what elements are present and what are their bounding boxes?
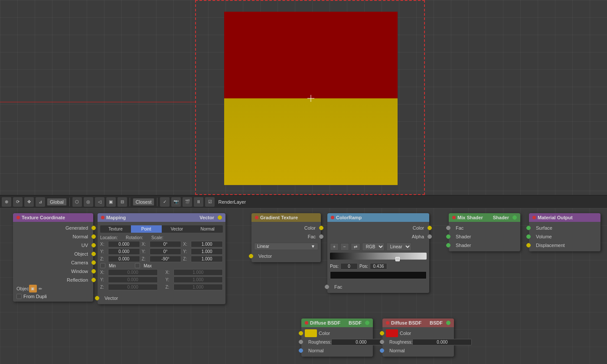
dr-color-socket[interactable] bbox=[380, 331, 384, 335]
mapping-tab-normal[interactable]: Normal bbox=[192, 225, 223, 233]
diffuse-yellow-out-socket[interactable] bbox=[365, 321, 369, 325]
mapping-max-x[interactable] bbox=[173, 269, 223, 276]
dy-normal-socket[interactable] bbox=[299, 348, 303, 353]
mo-volume-socket[interactable] bbox=[526, 234, 531, 239]
toolbar-icon-12[interactable]: ⏸ bbox=[194, 197, 203, 207]
gradient-texture-header[interactable]: Gradient Texture bbox=[251, 213, 321, 222]
diffuse-yellow-header[interactable]: Diffuse BSDF BSDF bbox=[301, 318, 373, 327]
material-output-header[interactable]: Material Output bbox=[529, 213, 600, 222]
object-icon[interactable]: ▣ bbox=[29, 285, 37, 292]
toolbar-icon-8[interactable]: ⊟ bbox=[117, 197, 127, 207]
toolbar-icon-7[interactable]: ▣ bbox=[106, 197, 116, 207]
mapping-vector-in-socket[interactable] bbox=[95, 296, 99, 300]
mapping-max-z[interactable] bbox=[173, 284, 223, 290]
colorramp-add-btn[interactable]: + bbox=[330, 243, 339, 250]
tc-camera-socket[interactable] bbox=[91, 260, 96, 265]
mapping-tab-texture[interactable]: Texture bbox=[100, 225, 131, 233]
snap-dropdown[interactable]: Closest bbox=[133, 198, 155, 206]
colorramp-fac-socket[interactable] bbox=[325, 285, 329, 289]
mapping-min-x[interactable] bbox=[108, 269, 158, 276]
mapping-tab-vector[interactable]: Vector bbox=[162, 225, 193, 233]
mapping-rotation-y[interactable] bbox=[150, 248, 182, 255]
dr-normal-socket[interactable] bbox=[380, 348, 384, 353]
gradient-texture-node[interactable]: Gradient Texture Color Fac Linear ▼ Vect… bbox=[251, 213, 321, 262]
colorramp-flip-btn[interactable]: ⇄ bbox=[351, 243, 360, 250]
mapping-min-checkbox[interactable] bbox=[100, 263, 105, 268]
toolbar-icon-3[interactable]: ⊿ bbox=[36, 197, 45, 207]
colorramp-color-socket[interactable] bbox=[428, 226, 432, 230]
mix-shader1-socket[interactable] bbox=[446, 234, 450, 239]
colorramp-alpha-socket[interactable] bbox=[428, 234, 432, 239]
dr-color-swatch[interactable] bbox=[386, 329, 398, 337]
texture-coordinate-header[interactable]: Texture Coordinate bbox=[13, 213, 93, 222]
mo-displacement-socket[interactable] bbox=[526, 243, 531, 247]
transform-dropdown[interactable]: Global bbox=[47, 198, 67, 206]
diffuse-yellow-node[interactable]: Diffuse BSDF BSDF Color Roughness: Norma… bbox=[301, 318, 373, 357]
mapping-scale-x[interactable] bbox=[191, 241, 223, 247]
mix-shader-header[interactable]: Mix Shader Shader bbox=[449, 213, 520, 222]
tc-window-socket[interactable] bbox=[91, 269, 96, 273]
object-edit-icon[interactable]: ✏ bbox=[39, 286, 42, 291]
gradient-fac-socket[interactable] bbox=[319, 234, 323, 239]
colorramp-swatch-dark[interactable] bbox=[330, 271, 427, 279]
viewport[interactable] bbox=[0, 0, 607, 195]
mapping-node[interactable]: Mapping Vector Texture Point Vector Norm… bbox=[98, 213, 225, 304]
mix-fac-socket[interactable] bbox=[446, 226, 450, 230]
gradient-color-socket[interactable] bbox=[319, 226, 323, 230]
toolbar-icon-2[interactable]: ⟳ bbox=[13, 197, 23, 207]
mapping-location-z[interactable] bbox=[108, 256, 140, 262]
diffuse-red-header[interactable]: Diffuse BSDF BSDF bbox=[382, 318, 454, 327]
mapping-min-y[interactable] bbox=[108, 276, 158, 283]
mapping-location-x[interactable] bbox=[108, 241, 140, 247]
from-dupli-checkbox[interactable] bbox=[16, 294, 22, 299]
dr-roughness-socket[interactable] bbox=[380, 340, 384, 344]
toolbar-icon-6[interactable]: ◁ bbox=[95, 197, 104, 207]
dy-color-socket[interactable] bbox=[299, 331, 303, 335]
toolbar-icon-1[interactable]: ⊕ bbox=[2, 197, 11, 207]
mapping-rotation-x[interactable] bbox=[150, 241, 182, 247]
mapping-max-y[interactable] bbox=[173, 276, 223, 283]
colorramp-marker[interactable] bbox=[395, 257, 400, 261]
texture-coordinate-node[interactable]: Texture Coordinate Generated Normal UV O… bbox=[13, 213, 93, 302]
mapping-header[interactable]: Mapping Vector bbox=[98, 213, 225, 222]
mapping-max-checkbox[interactable] bbox=[135, 263, 140, 268]
mapping-scale-z[interactable] bbox=[191, 256, 223, 262]
diffuse-red-node[interactable]: Diffuse BSDF BSDF Color Roughness: Norma… bbox=[382, 318, 454, 357]
mapping-tab-point[interactable]: Point bbox=[131, 225, 162, 233]
mo-surface-socket[interactable] bbox=[526, 226, 531, 230]
colorramp-interp-select[interactable]: Linear bbox=[386, 243, 411, 251]
toolbar-icon-11[interactable]: 🎬 bbox=[183, 197, 192, 207]
mapping-scale-y[interactable] bbox=[191, 248, 223, 255]
colorramp-remove-btn[interactable]: − bbox=[340, 243, 349, 250]
mapping-rotation-z[interactable] bbox=[150, 256, 182, 262]
toolbar-icon-9[interactable]: ✓ bbox=[160, 197, 170, 207]
colorramp-bar[interactable] bbox=[330, 253, 427, 260]
gradient-dropdown[interactable]: Linear ▼ bbox=[254, 243, 318, 250]
tc-uv-socket[interactable] bbox=[91, 243, 96, 247]
tc-reflection-socket[interactable] bbox=[91, 278, 96, 282]
mapping-location-y[interactable] bbox=[108, 248, 140, 255]
mix-shader2-socket[interactable] bbox=[446, 243, 450, 247]
toolbar-icon-4[interactable]: ⬡ bbox=[72, 197, 82, 207]
mapping-vector-out-socket[interactable] bbox=[218, 215, 222, 220]
colorramp-node[interactable]: ColorRamp Color Alpha + − ⇄ RGB bbox=[327, 213, 429, 293]
mix-shader-out-socket[interactable] bbox=[512, 215, 517, 220]
tc-generated-socket[interactable] bbox=[91, 226, 96, 230]
dr-roughness-input[interactable] bbox=[412, 339, 472, 345]
colorramp-rgb-select[interactable]: RGB bbox=[362, 243, 385, 251]
mix-shader-node[interactable]: Mix Shader Shader Fac Shader Shader bbox=[449, 213, 520, 251]
tc-normal-socket[interactable] bbox=[91, 234, 96, 239]
colorramp-pos-input-right[interactable] bbox=[370, 263, 387, 270]
tc-object-socket[interactable] bbox=[91, 252, 96, 256]
toolbar-icon-10[interactable]: 📷 bbox=[171, 197, 181, 207]
dy-color-swatch[interactable] bbox=[305, 329, 317, 337]
toolbar-icon-5[interactable]: ◎ bbox=[84, 197, 93, 207]
node-editor[interactable]: Texture Coordinate Generated Normal UV O… bbox=[0, 208, 607, 364]
diffuse-red-out-socket[interactable] bbox=[446, 321, 450, 325]
material-output-node[interactable]: Material Output Surface Volume Displacem… bbox=[529, 213, 600, 251]
toolbar-icon-13[interactable]: ☑ bbox=[205, 197, 215, 207]
gradient-vector-socket[interactable] bbox=[249, 254, 253, 258]
mapping-min-z[interactable] bbox=[108, 284, 158, 290]
colorramp-header[interactable]: ColorRamp bbox=[327, 213, 429, 222]
toolbar-move-icon[interactable]: ✥ bbox=[24, 197, 34, 207]
